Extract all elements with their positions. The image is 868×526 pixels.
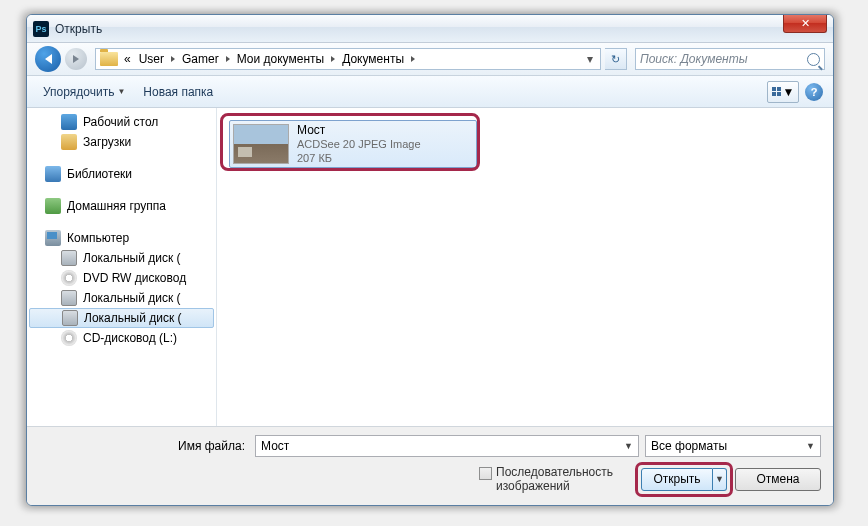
window-title: Открыть [55, 22, 783, 36]
search-input[interactable]: Поиск: Документы [635, 48, 825, 70]
file-name: Мост [297, 123, 421, 137]
breadcrumb-docs[interactable]: Документы [338, 52, 408, 66]
libraries-icon [45, 166, 61, 182]
cancel-button[interactable]: Отмена [735, 468, 821, 491]
sidebar-tree: Рабочий стол Загрузки Библиотеки Домашня… [27, 108, 217, 426]
checkbox-icon [479, 467, 492, 480]
computer-icon [45, 230, 61, 246]
chevron-down-icon: ▼ [806, 441, 815, 451]
file-metadata: Мост ACDSee 20 JPEG Image 207 КБ [297, 123, 421, 165]
cd-icon [61, 330, 77, 346]
back-button[interactable] [35, 46, 61, 72]
help-button[interactable]: ? [805, 83, 823, 101]
breadcrumb-prefix: « [120, 52, 135, 66]
tree-desktop[interactable]: Рабочий стол [27, 112, 216, 132]
search-placeholder: Поиск: Документы [640, 52, 807, 66]
chevron-right-icon [171, 56, 175, 62]
search-icon [807, 53, 820, 66]
filename-input[interactable]: Мост ▼ [255, 435, 639, 457]
sequence-checkbox[interactable]: Последовательность изображений [479, 465, 613, 493]
chevron-right-icon [226, 56, 230, 62]
desktop-icon [61, 114, 77, 130]
hdd-icon [61, 290, 77, 306]
body: Рабочий стол Загрузки Библиотеки Домашня… [27, 108, 833, 426]
app-icon: Ps [33, 21, 49, 37]
open-button[interactable]: Открыть [641, 468, 713, 491]
breadcrumb-user[interactable]: User [135, 52, 168, 66]
navigation-bar: « User Gamer Мои документы Документы ▾ ↻… [27, 43, 833, 76]
chevron-down-icon[interactable]: ▼ [624, 441, 633, 451]
hdd-icon [61, 250, 77, 266]
refresh-button[interactable]: ↻ [605, 48, 627, 70]
tree-dvd[interactable]: DVD RW дисковод [27, 268, 216, 288]
chevron-right-icon [411, 56, 415, 62]
footer: Имя файла: Мост ▼ Все форматы ▼ Последов… [27, 426, 833, 505]
forward-button[interactable] [65, 48, 87, 70]
file-item[interactable]: Мост ACDSee 20 JPEG Image 207 КБ [229, 120, 477, 168]
titlebar: Ps Открыть ✕ [27, 15, 833, 43]
open-dialog: Ps Открыть ✕ « User Gamer Мои документы … [26, 14, 834, 506]
address-dropdown[interactable]: ▾ [582, 52, 598, 66]
tree-cd[interactable]: CD-дисковод (L:) [27, 328, 216, 348]
open-dropdown-button[interactable]: ▼ [713, 468, 727, 491]
open-button-group: Открыть ▼ [641, 468, 727, 491]
tree-homegroup[interactable]: Домашняя группа [27, 196, 216, 216]
downloads-icon [61, 134, 77, 150]
toolbar: Упорядочить▼ Новая папка ▼ ? [27, 76, 833, 108]
file-size: 207 КБ [297, 151, 421, 165]
tree-hdd-2[interactable]: Локальный диск ( [27, 288, 216, 308]
folder-icon [100, 52, 118, 66]
homegroup-icon [45, 198, 61, 214]
file-thumbnail [233, 124, 289, 164]
organize-button[interactable]: Упорядочить▼ [37, 82, 131, 102]
arrow-right-icon [73, 55, 79, 63]
arrow-left-icon [45, 54, 52, 64]
breadcrumb-mydocs[interactable]: Мои документы [233, 52, 328, 66]
hdd-icon [62, 310, 78, 326]
tree-hdd-3[interactable]: Локальный диск ( [29, 308, 214, 328]
file-list: Мост ACDSee 20 JPEG Image 207 КБ [217, 108, 833, 426]
file-type: ACDSee 20 JPEG Image [297, 137, 421, 151]
tree-computer[interactable]: Компьютер [27, 228, 216, 248]
address-bar[interactable]: « User Gamer Мои документы Документы ▾ [95, 48, 601, 70]
tiles-icon [772, 87, 781, 96]
new-folder-button[interactable]: Новая папка [137, 82, 219, 102]
tree-libraries[interactable]: Библиотеки [27, 164, 216, 184]
close-button[interactable]: ✕ [783, 14, 827, 33]
dvd-icon [61, 270, 77, 286]
tree-hdd-1[interactable]: Локальный диск ( [27, 248, 216, 268]
filetype-select[interactable]: Все форматы ▼ [645, 435, 821, 457]
view-options-button[interactable]: ▼ [767, 81, 799, 103]
chevron-right-icon [331, 56, 335, 62]
filename-label: Имя файла: [39, 439, 249, 453]
tree-downloads[interactable]: Загрузки [27, 132, 216, 152]
breadcrumb-gamer[interactable]: Gamer [178, 52, 223, 66]
